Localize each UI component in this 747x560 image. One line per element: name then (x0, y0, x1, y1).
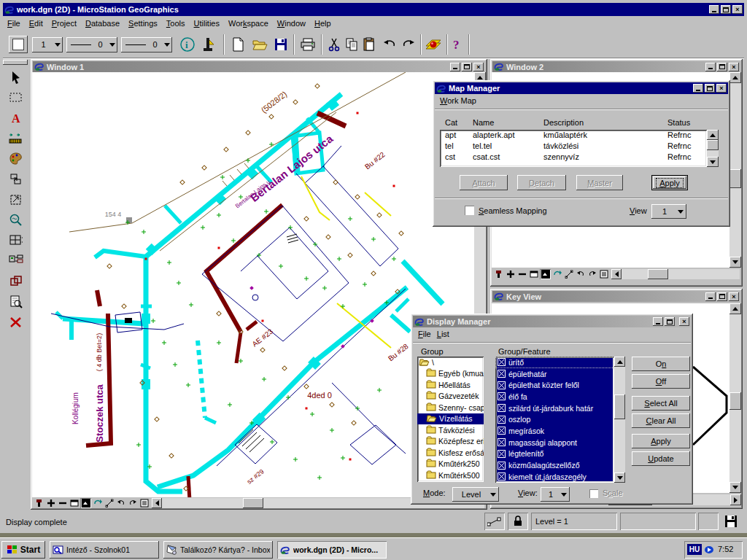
checked-checkbox-icon[interactable] (498, 392, 506, 400)
view-pan-icon[interactable] (104, 498, 115, 508)
geographics-icon[interactable] (423, 35, 444, 54)
dm-update-button[interactable]: Update (632, 451, 690, 466)
dm-feature-list[interactable]: ürítőépülethatárépülethat közter felőlél… (495, 357, 614, 483)
menu-window[interactable]: Window (273, 18, 310, 29)
undo-icon[interactable] (381, 35, 398, 54)
status-lock-icon[interactable] (508, 513, 528, 530)
mm-attach-button[interactable]: Attach (460, 175, 508, 190)
line-style-dropdown[interactable]: 0 (66, 35, 117, 54)
checked-checkbox-icon[interactable] (498, 404, 506, 412)
dm-feature-item[interactable]: szilárd út-járdaburk határ (495, 402, 614, 414)
view-redo-icon[interactable] (587, 269, 597, 279)
window2-minimize-button[interactable] (705, 63, 716, 71)
taskbar-task-2[interactable]: Találkozó? Kártya? - Inbox... (163, 541, 273, 559)
minimize-button[interactable] (709, 5, 719, 14)
help-icon[interactable]: ? (449, 35, 465, 54)
map-row-cst[interactable]: cstcsat.cstszennyvízRefrnc (440, 152, 707, 163)
checked-checkbox-icon[interactable] (498, 416, 506, 424)
dm-feature-item[interactable]: ürítő (495, 357, 614, 368)
window1-maximize-button[interactable] (462, 63, 472, 71)
window2-title-bar[interactable]: Window 2 × (492, 61, 740, 72)
window2-close-button[interactable]: × (729, 63, 739, 71)
checked-checkbox-icon[interactable] (498, 462, 506, 470)
palette-pattern-icon[interactable] (6, 129, 26, 148)
display-manager-maximize-button[interactable] (665, 317, 675, 326)
dm-group-km-t-rk250[interactable]: Kműtérk250 (417, 459, 484, 470)
keyview-vscrollbar[interactable] (729, 303, 741, 493)
palette-copy-el-icon[interactable] (6, 170, 26, 189)
dm-group-km-t-rk500[interactable]: Kműtérk500 (417, 470, 484, 481)
dm-menu-list[interactable]: List (437, 330, 455, 338)
window1-drawing-area[interactable]: Bertalan Lajos utcaBertalan Lajos u(5028… (32, 72, 474, 497)
view-list-icon[interactable] (139, 498, 150, 508)
palette-delete-icon[interactable] (6, 313, 26, 332)
palette-zoom-icon[interactable] (6, 211, 26, 230)
window1-close-button[interactable]: × (473, 63, 484, 71)
menu-settings[interactable]: Settings (124, 18, 162, 29)
menu-utilities[interactable]: Utilities (190, 18, 224, 29)
menu-project[interactable]: Project (47, 18, 81, 29)
dm-view-dropdown[interactable]: 1 (541, 487, 570, 502)
view-fit-icon[interactable] (540, 269, 551, 279)
dm-group-list[interactable]: \Egyéb (kmuaHőellátásGázvezetékSzenny- c… (417, 357, 484, 482)
dm-group-szenny-csap[interactable]: Szenny- csap (417, 402, 484, 413)
map-manager-title-bar[interactable]: Map Manager × (435, 82, 728, 94)
palette-refs-icon[interactable] (6, 252, 26, 271)
palette-search-doc-icon[interactable] (6, 292, 26, 311)
redo-icon[interactable] (400, 35, 417, 54)
palette-palette-icon[interactable] (6, 149, 26, 168)
menu-workspace[interactable]: Workspace (224, 18, 273, 29)
keyview-close-button[interactable]: × (729, 292, 739, 301)
active-level-dropdown[interactable]: 1 (32, 35, 63, 54)
dm-group-v-zell-t-s[interactable]: Vízellátás (417, 413, 484, 425)
palette-text-icon[interactable]: A (6, 109, 26, 128)
map-list[interactable]: aptalapterk.aptkműalaptérkRefrncteltel.t… (440, 130, 707, 167)
checked-checkbox-icon[interactable] (498, 358, 506, 366)
dm-feature-item[interactable]: épülethatár (495, 368, 614, 380)
menu-edit[interactable]: Edit (25, 18, 47, 29)
mm-view-dropdown[interactable]: 1 (651, 204, 686, 219)
dm-on-button[interactable]: On (632, 357, 690, 371)
analyze-icon[interactable] (198, 35, 217, 54)
view-redo-icon[interactable] (127, 498, 138, 508)
window2-maximize-button[interactable] (717, 63, 727, 71)
view-undo-icon[interactable] (115, 498, 126, 508)
dm-mode-dropdown[interactable]: Level (452, 487, 499, 502)
view-rotate-icon[interactable] (92, 498, 103, 508)
checked-checkbox-icon[interactable] (498, 381, 506, 389)
view-brush-icon[interactable] (493, 269, 504, 279)
window1-title-bar[interactable]: Window 1 × (33, 61, 485, 72)
dm-clear-all-button[interactable]: Clear All (632, 413, 690, 428)
dm-apply-button[interactable]: Apply (632, 434, 690, 448)
keyview-maximize-button[interactable] (717, 292, 727, 301)
window1-minimize-button[interactable] (450, 63, 460, 71)
display-manager-title-bar[interactable]: Display Manager × (413, 316, 691, 327)
display-manager-minimize-button[interactable] (653, 317, 663, 326)
map-manager-minimize-button[interactable] (693, 84, 703, 93)
menu-help[interactable]: Help (310, 18, 336, 29)
cut-icon[interactable] (325, 35, 343, 54)
view-plus-icon[interactable] (505, 269, 516, 279)
checked-checkbox-icon[interactable] (498, 427, 506, 435)
dm-feature-item[interactable]: élő fa (495, 391, 614, 402)
keyview-minimize-button[interactable] (705, 292, 716, 301)
paste-icon[interactable] (360, 35, 378, 54)
window2-vscrollbar[interactable] (729, 72, 741, 268)
dm-feature-item[interactable]: épülethat közter felől (495, 379, 614, 391)
dm-feature-item[interactable]: magassági alappont (495, 437, 614, 448)
map-row-tel[interactable]: teltel.teltávközlésiRefrnc (440, 141, 707, 152)
display-manager-close-button[interactable]: × (679, 317, 689, 326)
map-list-vscrollbar[interactable] (707, 130, 719, 167)
checked-checkbox-icon[interactable] (498, 370, 506, 378)
mm-detach-button[interactable]: Detach (517, 175, 566, 190)
palette-select-rect-icon[interactable] (6, 88, 26, 107)
map-row-apt[interactable]: aptalapterk.aptkműalaptérkRefrnc (440, 130, 707, 141)
view-undo-icon[interactable] (575, 269, 586, 279)
view-minus-icon[interactable] (57, 498, 68, 508)
status-save-icon[interactable] (721, 513, 741, 530)
save-icon[interactable] (271, 35, 290, 54)
checked-checkbox-icon[interactable] (498, 438, 506, 446)
palette-scale-el-icon[interactable] (6, 190, 26, 209)
status-linestyle-icon[interactable] (484, 513, 505, 530)
dm-group-t-vk-zl-si[interactable]: Távközlési (417, 424, 484, 436)
